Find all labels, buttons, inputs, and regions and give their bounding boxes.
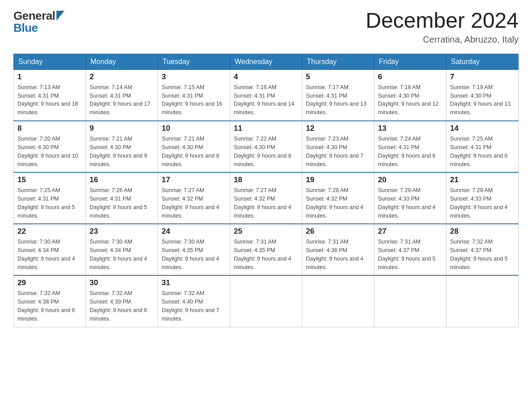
calendar-cell: 30 Sunrise: 7:32 AMSunset: 4:39 PMDaylig…: [86, 275, 158, 327]
calendar-cell: 12 Sunrise: 7:23 AMSunset: 4:30 PMDaylig…: [302, 121, 374, 172]
day-number: 30: [90, 278, 154, 287]
calendar-cell: 17 Sunrise: 7:27 AMSunset: 4:32 PMDaylig…: [158, 172, 230, 224]
calendar-subtitle: Cerratina, Abruzzo, Italy: [365, 34, 519, 45]
day-number: 27: [378, 227, 442, 236]
day-number: 23: [90, 227, 154, 236]
day-number: 17: [162, 176, 226, 184]
day-info: Sunrise: 7:25 AMSunset: 4:31 PMDaylight:…: [450, 136, 508, 167]
day-number: 6: [378, 73, 442, 81]
day-number: 26: [306, 227, 370, 236]
calendar-cell: 5 Sunrise: 7:17 AMSunset: 4:31 PMDayligh…: [302, 69, 374, 121]
day-info: Sunrise: 7:27 AMSunset: 4:32 PMDaylight:…: [234, 187, 292, 218]
calendar-cell: 23 Sunrise: 7:30 AMSunset: 4:34 PMDaylig…: [86, 224, 158, 275]
day-number: 12: [306, 124, 370, 133]
day-info: Sunrise: 7:31 AMSunset: 4:37 PMDaylight:…: [378, 239, 436, 270]
day-info: Sunrise: 7:30 AMSunset: 4:34 PMDaylight:…: [90, 239, 147, 270]
calendar-week-3: 15 Sunrise: 7:25 AMSunset: 4:31 PMDaylig…: [14, 172, 519, 224]
calendar-title: December 2024: [365, 9, 519, 33]
day-info: Sunrise: 7:25 AMSunset: 4:31 PMDaylight:…: [17, 187, 75, 218]
calendar-cell: [374, 275, 446, 327]
day-info: Sunrise: 7:21 AMSunset: 4:30 PMDaylight:…: [90, 136, 147, 167]
day-info: Sunrise: 7:26 AMSunset: 4:31 PMDaylight:…: [90, 187, 147, 218]
calendar-cell: 29 Sunrise: 7:32 AMSunset: 4:38 PMDaylig…: [14, 275, 86, 327]
day-info: Sunrise: 7:24 AMSunset: 4:31 PMDaylight:…: [378, 136, 436, 167]
day-info: Sunrise: 7:19 AMSunset: 4:30 PMDaylight:…: [450, 84, 511, 116]
day-number: 5: [306, 73, 370, 81]
day-info: Sunrise: 7:17 AMSunset: 4:31 PMDaylight:…: [306, 84, 367, 116]
header-friday: Friday: [374, 54, 446, 69]
day-info: Sunrise: 7:29 AMSunset: 4:33 PMDaylight:…: [378, 187, 436, 218]
calendar-cell: 31 Sunrise: 7:32 AMSunset: 4:40 PMDaylig…: [158, 275, 230, 327]
calendar-cell: 6 Sunrise: 7:18 AMSunset: 4:30 PMDayligh…: [374, 69, 446, 121]
day-info: Sunrise: 7:22 AMSunset: 4:30 PMDaylight:…: [234, 136, 292, 167]
header-tuesday: Tuesday: [158, 54, 230, 69]
calendar-cell: [230, 275, 302, 327]
day-number: 8: [17, 124, 82, 133]
calendar-cell: 24 Sunrise: 7:30 AMSunset: 4:35 PMDaylig…: [158, 224, 230, 275]
calendar-table: SundayMondayTuesdayWednesdayThursdayFrid…: [13, 54, 519, 327]
day-number: 20: [378, 176, 442, 184]
day-number: 4: [234, 73, 298, 81]
day-info: Sunrise: 7:32 AMSunset: 4:38 PMDaylight:…: [17, 290, 75, 321]
calendar-week-5: 29 Sunrise: 7:32 AMSunset: 4:38 PMDaylig…: [14, 275, 519, 327]
day-number: 15: [17, 176, 82, 184]
day-number: 25: [234, 227, 298, 236]
day-info: Sunrise: 7:29 AMSunset: 4:33 PMDaylight:…: [450, 187, 508, 218]
calendar-cell: 19 Sunrise: 7:28 AMSunset: 4:32 PMDaylig…: [302, 172, 374, 224]
calendar-week-4: 22 Sunrise: 7:30 AMSunset: 4:34 PMDaylig…: [14, 224, 519, 275]
day-number: 31: [162, 278, 226, 287]
header-wednesday: Wednesday: [230, 54, 302, 69]
header-saturday: Saturday: [446, 54, 519, 69]
day-number: 18: [234, 176, 298, 184]
day-info: Sunrise: 7:27 AMSunset: 4:32 PMDaylight:…: [162, 187, 219, 218]
day-info: Sunrise: 7:32 AMSunset: 4:39 PMDaylight:…: [90, 290, 147, 321]
logo-blue-text: Blue: [13, 21, 64, 35]
calendar-cell: 2 Sunrise: 7:14 AMSunset: 4:31 PMDayligh…: [86, 69, 158, 121]
calendar-cell: 14 Sunrise: 7:25 AMSunset: 4:31 PMDaylig…: [446, 121, 519, 172]
day-info: Sunrise: 7:23 AMSunset: 4:30 PMDaylight:…: [306, 136, 364, 167]
day-number: 1: [17, 73, 82, 81]
calendar-cell: 18 Sunrise: 7:27 AMSunset: 4:32 PMDaylig…: [230, 172, 302, 224]
day-info: Sunrise: 7:30 AMSunset: 4:35 PMDaylight:…: [162, 239, 219, 270]
title-area: December 2024 Cerratina, Abruzzo, Italy: [365, 9, 519, 45]
calendar-cell: 10 Sunrise: 7:21 AMSunset: 4:30 PMDaylig…: [158, 121, 230, 172]
calendar-header-row: SundayMondayTuesdayWednesdayThursdayFrid…: [14, 54, 519, 69]
day-number: 10: [162, 124, 226, 133]
calendar-week-1: 1 Sunrise: 7:13 AMSunset: 4:31 PMDayligh…: [14, 69, 519, 121]
calendar-cell: 11 Sunrise: 7:22 AMSunset: 4:30 PMDaylig…: [230, 121, 302, 172]
calendar-cell: 16 Sunrise: 7:26 AMSunset: 4:31 PMDaylig…: [86, 172, 158, 224]
calendar-cell: 20 Sunrise: 7:29 AMSunset: 4:33 PMDaylig…: [374, 172, 446, 224]
header-thursday: Thursday: [302, 54, 374, 69]
calendar-cell: 1 Sunrise: 7:13 AMSunset: 4:31 PMDayligh…: [14, 69, 86, 121]
day-info: Sunrise: 7:28 AMSunset: 4:32 PMDaylight:…: [306, 187, 364, 218]
day-number: 28: [450, 227, 515, 236]
logo: General Blue: [13, 9, 64, 35]
calendar-cell: [302, 275, 374, 327]
day-info: Sunrise: 7:30 AMSunset: 4:34 PMDaylight:…: [17, 239, 75, 270]
calendar-cell: 15 Sunrise: 7:25 AMSunset: 4:31 PMDaylig…: [14, 172, 86, 224]
day-info: Sunrise: 7:13 AMSunset: 4:31 PMDaylight:…: [17, 84, 78, 116]
day-number: 21: [450, 176, 515, 184]
calendar-cell: 7 Sunrise: 7:19 AMSunset: 4:30 PMDayligh…: [446, 69, 519, 121]
calendar-cell: [446, 275, 519, 327]
day-info: Sunrise: 7:31 AMSunset: 4:35 PMDaylight:…: [234, 239, 292, 270]
header-sunday: Sunday: [14, 54, 86, 69]
calendar-cell: 8 Sunrise: 7:20 AMSunset: 4:30 PMDayligh…: [14, 121, 86, 172]
calendar-cell: 25 Sunrise: 7:31 AMSunset: 4:35 PMDaylig…: [230, 224, 302, 275]
day-number: 22: [17, 227, 82, 236]
day-info: Sunrise: 7:15 AMSunset: 4:31 PMDaylight:…: [162, 84, 223, 116]
day-info: Sunrise: 7:16 AMSunset: 4:31 PMDaylight:…: [234, 84, 295, 116]
day-number: 3: [162, 73, 226, 81]
page-header: General Blue December 2024 Cerratina, Ab…: [13, 9, 519, 45]
day-number: 11: [234, 124, 298, 133]
header-monday: Monday: [86, 54, 158, 69]
day-number: 24: [162, 227, 226, 236]
day-number: 16: [90, 176, 154, 184]
day-info: Sunrise: 7:20 AMSunset: 4:30 PMDaylight:…: [17, 136, 78, 167]
calendar-week-2: 8 Sunrise: 7:20 AMSunset: 4:30 PMDayligh…: [14, 121, 519, 172]
calendar-cell: 4 Sunrise: 7:16 AMSunset: 4:31 PMDayligh…: [230, 69, 302, 121]
day-info: Sunrise: 7:21 AMSunset: 4:30 PMDaylight:…: [162, 136, 219, 167]
day-number: 2: [90, 73, 154, 81]
svg-marker-0: [56, 11, 64, 21]
day-info: Sunrise: 7:32 AMSunset: 4:37 PMDaylight:…: [450, 239, 508, 270]
